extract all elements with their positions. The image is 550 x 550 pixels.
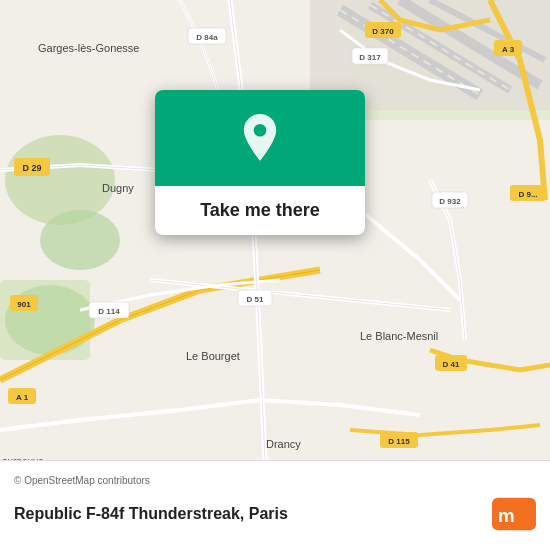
take-me-there-button[interactable]: Take me there bbox=[155, 186, 365, 235]
svg-text:D 84a: D 84a bbox=[196, 33, 218, 42]
map-attribution: © OpenStreetMap contributors bbox=[14, 475, 536, 486]
svg-text:Garges-lès-Gonesse: Garges-lès-Gonesse bbox=[38, 42, 140, 54]
moovit-logo: m bbox=[492, 492, 536, 536]
svg-text:D 370: D 370 bbox=[372, 27, 394, 36]
svg-text:D 51: D 51 bbox=[247, 295, 264, 304]
svg-text:Drancy: Drancy bbox=[266, 438, 301, 450]
location-popup: Take me there bbox=[155, 90, 365, 235]
svg-text:A 3: A 3 bbox=[502, 45, 515, 54]
svg-text:D 317: D 317 bbox=[359, 53, 381, 62]
svg-point-2 bbox=[40, 210, 120, 270]
svg-text:901: 901 bbox=[17, 300, 31, 309]
svg-point-1 bbox=[5, 135, 115, 225]
svg-point-46 bbox=[254, 124, 267, 137]
svg-text:D 9...: D 9... bbox=[518, 190, 537, 199]
location-pin-icon bbox=[233, 114, 287, 168]
svg-text:Dugny: Dugny bbox=[102, 182, 134, 194]
svg-text:Le Blanc-Mesnil: Le Blanc-Mesnil bbox=[360, 330, 438, 342]
moovit-icon: m bbox=[492, 492, 536, 536]
svg-text:D 932: D 932 bbox=[439, 197, 461, 206]
svg-text:A 1: A 1 bbox=[16, 393, 29, 402]
place-name: Republic F-84f Thunderstreak, Paris bbox=[14, 505, 288, 523]
svg-text:ourneuve: ourneuve bbox=[2, 456, 44, 460]
svg-text:Le Bourget: Le Bourget bbox=[186, 350, 240, 362]
svg-text:D 114: D 114 bbox=[98, 307, 120, 316]
svg-text:D 29: D 29 bbox=[22, 163, 41, 173]
map-view[interactable]: D 29 D 84a D 370 D 317 A 3 D 9... D 932 … bbox=[0, 0, 550, 460]
svg-text:m: m bbox=[498, 505, 515, 526]
popup-header bbox=[155, 90, 365, 186]
svg-text:D 41: D 41 bbox=[443, 360, 460, 369]
svg-text:D 115: D 115 bbox=[388, 437, 410, 446]
bottom-content: Republic F-84f Thunderstreak, Paris m bbox=[14, 492, 536, 536]
bottom-bar: © OpenStreetMap contributors Republic F-… bbox=[0, 460, 550, 550]
